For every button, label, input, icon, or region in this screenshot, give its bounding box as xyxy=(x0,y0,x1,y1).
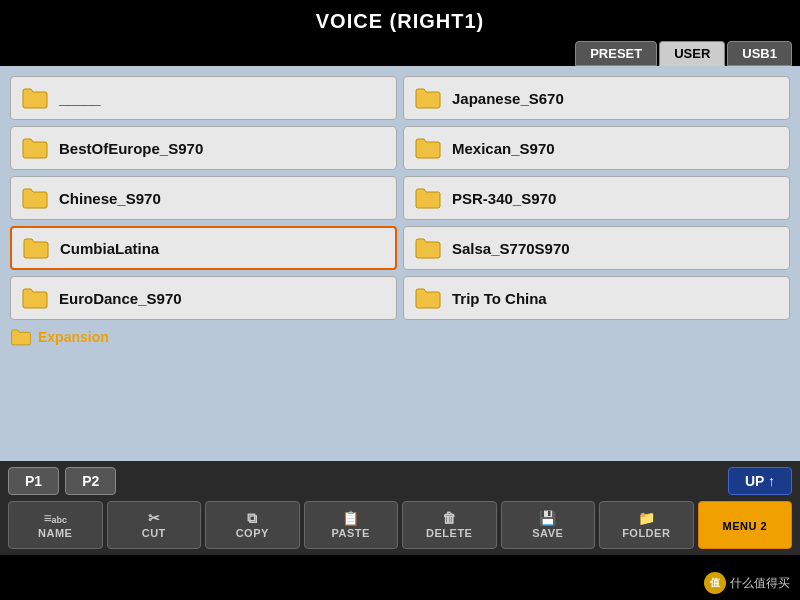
delete-icon: 🗑 xyxy=(442,511,456,525)
folder-bestofeurope[interactable]: BestOfEurope_S970 xyxy=(10,126,397,170)
menu2-label: MENU 2 xyxy=(722,520,767,532)
folder-icon xyxy=(21,137,49,159)
expansion-label: Expansion xyxy=(38,329,109,345)
folder-icon xyxy=(414,287,442,309)
folder-icon xyxy=(22,237,50,259)
folder-mexican[interactable]: Mexican_S970 xyxy=(403,126,790,170)
folder-label-japanese: Japanese_S670 xyxy=(452,90,564,107)
folder-tripchina[interactable]: Trip To China xyxy=(403,276,790,320)
folder-label-cumbia: CumbiaLatina xyxy=(60,240,159,257)
folder-blank[interactable]: _____ xyxy=(10,76,397,120)
folder-label-mexican: Mexican_S970 xyxy=(452,140,555,157)
tab-preset[interactable]: PRESET xyxy=(575,41,657,66)
cut-icon: ✂ xyxy=(148,511,160,525)
folder-icon xyxy=(414,187,442,209)
folder-icon xyxy=(21,87,49,109)
folder-psr340[interactable]: PSR-340_S970 xyxy=(403,176,790,220)
folder-icon xyxy=(21,287,49,309)
name-label: NAME xyxy=(38,527,72,539)
expansion-folder-icon xyxy=(10,328,32,346)
main-area: _____ Japanese_S670 BestOfEurope_S970 Me… xyxy=(0,66,800,461)
menu2-button[interactable]: MENU 2 xyxy=(698,501,793,549)
folder-chinese[interactable]: Chinese_S970 xyxy=(10,176,397,220)
name-button[interactable]: ≡abc NAME xyxy=(8,501,103,549)
folder-icon xyxy=(414,137,442,159)
save-icon: 💾 xyxy=(539,511,556,525)
delete-button[interactable]: 🗑 DELETE xyxy=(402,501,497,549)
save-button[interactable]: 💾 SAVE xyxy=(501,501,596,549)
watermark-coin: 值 xyxy=(704,572,726,594)
folder-japanese[interactable]: Japanese_S670 xyxy=(403,76,790,120)
paste-label: PASTE xyxy=(332,527,370,539)
paste-button[interactable]: 📋 PASTE xyxy=(304,501,399,549)
tab-usb1[interactable]: USB1 xyxy=(727,41,792,66)
folder-label-salsa: Salsa_S770S970 xyxy=(452,240,570,257)
action-row: ≡abc NAME ✂ CUT ⧉ COPY 📋 PASTE 🗑 DELETE … xyxy=(8,501,792,549)
page-p1-button[interactable]: P1 xyxy=(8,467,59,495)
folder-icon xyxy=(21,187,49,209)
top-bar: VOICE (RIGHT1) xyxy=(0,0,800,41)
folder-salsa[interactable]: Salsa_S770S970 xyxy=(403,226,790,270)
folder-cumbia[interactable]: CumbiaLatina xyxy=(10,226,397,270)
save-label: SAVE xyxy=(532,527,563,539)
folder-icon xyxy=(414,87,442,109)
copy-label: COPY xyxy=(236,527,269,539)
watermark-text: 什么值得买 xyxy=(730,575,790,592)
folder-label-eurodance: EuroDance_S970 xyxy=(59,290,182,307)
folder-icon xyxy=(414,237,442,259)
up-button[interactable]: UP ↑ xyxy=(728,467,792,495)
folder-eurodance[interactable]: EuroDance_S970 xyxy=(10,276,397,320)
folder-label-chinese: Chinese_S970 xyxy=(59,190,161,207)
cut-button[interactable]: ✂ CUT xyxy=(107,501,202,549)
folder-btn-icon: 📁 xyxy=(638,511,655,525)
paste-icon: 📋 xyxy=(342,511,359,525)
tab-user[interactable]: USER xyxy=(659,41,725,66)
folder-button[interactable]: 📁 FOLDER xyxy=(599,501,694,549)
bottom-area: P1 P2 UP ↑ ≡abc NAME ✂ CUT ⧉ COPY 📋 PAST… xyxy=(0,461,800,555)
copy-button[interactable]: ⧉ COPY xyxy=(205,501,300,549)
folder-label-psr340: PSR-340_S970 xyxy=(452,190,556,207)
folder-label-tripchina: Trip To China xyxy=(452,290,547,307)
delete-label: DELETE xyxy=(426,527,472,539)
copy-icon: ⧉ xyxy=(247,511,257,525)
folder-label: FOLDER xyxy=(622,527,670,539)
folder-label-blank: _____ xyxy=(59,90,101,107)
tab-bar: PRESET USER USB1 xyxy=(0,41,800,66)
folder-grid: _____ Japanese_S670 BestOfEurope_S970 Me… xyxy=(10,76,790,320)
folder-label-bestofeurope: BestOfEurope_S970 xyxy=(59,140,203,157)
watermark: 值 什么值得买 xyxy=(704,572,790,594)
page-title: VOICE (RIGHT1) xyxy=(316,10,484,32)
cut-label: CUT xyxy=(142,527,166,539)
expansion-section: Expansion xyxy=(10,328,790,346)
name-icon: ≡abc xyxy=(43,511,67,525)
page-p2-button[interactable]: P2 xyxy=(65,467,116,495)
page-row: P1 P2 UP ↑ xyxy=(8,467,792,495)
